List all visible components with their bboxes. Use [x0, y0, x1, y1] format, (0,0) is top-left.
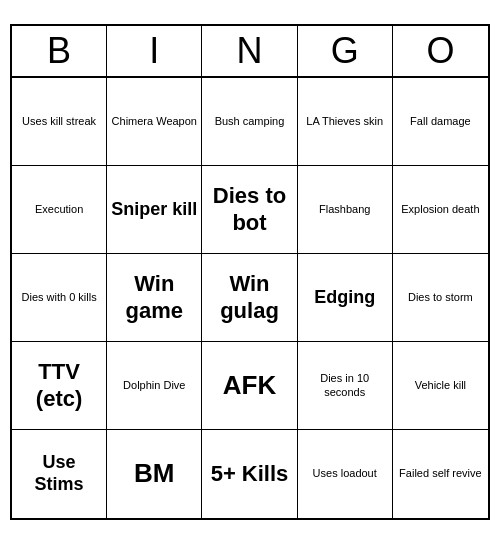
cell-text-6: Sniper kill [111, 199, 197, 221]
bingo-cell-18: Dies in 10 seconds [298, 342, 393, 430]
cell-text-11: Win game [111, 271, 197, 324]
cell-text-14: Dies to storm [408, 291, 473, 304]
cell-text-23: Uses loadout [313, 467, 377, 480]
bingo-cell-3: LA Thieves skin [298, 78, 393, 166]
bingo-cell-2: Bush camping [202, 78, 297, 166]
header-letter-B: B [12, 26, 107, 78]
cell-text-21: BM [134, 458, 174, 489]
cell-text-22: 5+ Kills [211, 461, 289, 487]
cell-text-15: TTV (etc) [16, 359, 102, 412]
cell-text-12: Win gulag [206, 271, 292, 324]
bingo-cell-21: BM [107, 430, 202, 518]
cell-text-5: Execution [35, 203, 83, 216]
bingo-cell-13: Edging [298, 254, 393, 342]
bingo-cell-6: Sniper kill [107, 166, 202, 254]
bingo-cell-10: Dies with 0 kills [12, 254, 107, 342]
cell-text-0: Uses kill streak [22, 115, 96, 128]
bingo-grid: Uses kill streakChimera WeaponBush campi… [12, 78, 488, 518]
bingo-cell-9: Explosion death [393, 166, 488, 254]
bingo-cell-16: Dolphin Dive [107, 342, 202, 430]
cell-text-19: Vehicle kill [415, 379, 466, 392]
cell-text-17: AFK [223, 370, 276, 401]
bingo-cell-7: Dies to bot [202, 166, 297, 254]
bingo-cell-22: 5+ Kills [202, 430, 297, 518]
header-letter-O: O [393, 26, 488, 78]
bingo-cell-1: Chimera Weapon [107, 78, 202, 166]
cell-text-18: Dies in 10 seconds [302, 372, 388, 398]
bingo-cell-0: Uses kill streak [12, 78, 107, 166]
header-letter-G: G [298, 26, 393, 78]
cell-text-24: Failed self revive [399, 467, 482, 480]
bingo-cell-12: Win gulag [202, 254, 297, 342]
bingo-cell-11: Win game [107, 254, 202, 342]
bingo-cell-17: AFK [202, 342, 297, 430]
cell-text-4: Fall damage [410, 115, 471, 128]
bingo-cell-8: Flashbang [298, 166, 393, 254]
cell-text-2: Bush camping [215, 115, 285, 128]
bingo-cell-24: Failed self revive [393, 430, 488, 518]
cell-text-9: Explosion death [401, 203, 479, 216]
cell-text-3: LA Thieves skin [306, 115, 383, 128]
bingo-cell-5: Execution [12, 166, 107, 254]
bingo-cell-23: Uses loadout [298, 430, 393, 518]
bingo-cell-4: Fall damage [393, 78, 488, 166]
bingo-board: BINGO Uses kill streakChimera WeaponBush… [10, 24, 490, 520]
cell-text-20: Use Stims [16, 452, 102, 495]
header-letter-I: I [107, 26, 202, 78]
cell-text-8: Flashbang [319, 203, 370, 216]
bingo-cell-15: TTV (etc) [12, 342, 107, 430]
bingo-header: BINGO [12, 26, 488, 78]
cell-text-7: Dies to bot [206, 183, 292, 236]
header-letter-N: N [202, 26, 297, 78]
bingo-cell-19: Vehicle kill [393, 342, 488, 430]
cell-text-1: Chimera Weapon [112, 115, 197, 128]
cell-text-16: Dolphin Dive [123, 379, 185, 392]
bingo-cell-14: Dies to storm [393, 254, 488, 342]
cell-text-10: Dies with 0 kills [22, 291, 97, 304]
cell-text-13: Edging [314, 287, 375, 309]
bingo-cell-20: Use Stims [12, 430, 107, 518]
